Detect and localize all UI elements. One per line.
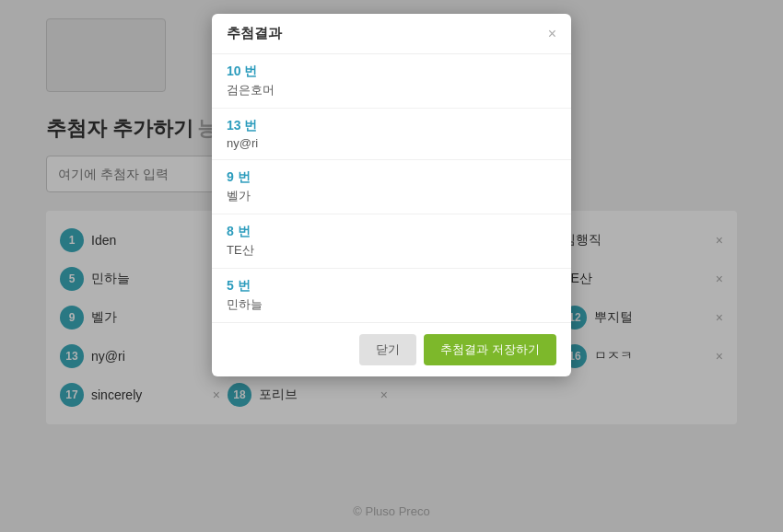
result-item-2: 13 번 ny@ri [212,109,571,160]
lottery-result-modal: 추첨결과 × 10 번 검은호머 13 번 ny@ri 9 번 벨가 8 번 T… [212,14,571,376]
result-rank: 13 번 [227,118,556,134]
result-rank: 10 번 [227,64,556,80]
result-item-1: 10 번 검은호머 [212,54,571,109]
result-rank: 8 번 [227,224,556,240]
save-result-button[interactable]: 추첨결과 저장하기 [424,334,556,365]
result-name: 벨가 [227,188,556,204]
result-rank: 9 번 [227,169,556,186]
result-item-5: 5 번 민하늘 [212,269,571,322]
result-name: 민하늘 [227,296,556,313]
modal-footer: 닫기 추첨결과 저장하기 [212,322,571,376]
result-name: ny@ri [227,136,556,150]
result-name: TE산 [227,242,556,259]
modal-body: 10 번 검은호머 13 번 ny@ri 9 번 벨가 8 번 TE산 5 번 … [212,54,571,322]
result-item-4: 8 번 TE산 [212,214,571,269]
modal-close-button[interactable]: × [548,27,556,41]
modal-title: 추첨결과 [227,25,282,42]
result-item-3: 9 번 벨가 [212,160,571,214]
close-button[interactable]: 닫기 [359,334,416,365]
result-rank: 5 번 [227,278,556,295]
result-name: 검은호머 [227,82,556,98]
modal-header: 추첨결과 × [212,14,571,54]
